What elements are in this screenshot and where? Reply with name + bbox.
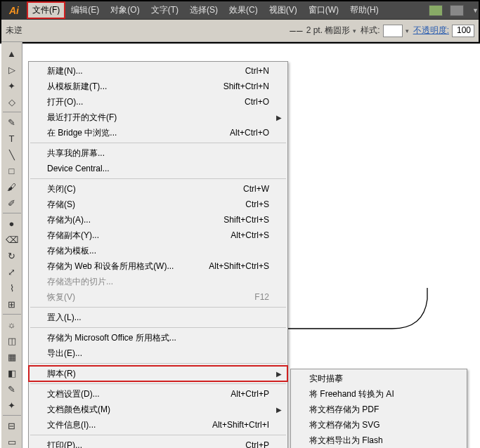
menu-item[interactable]: 存储为 Microsoft Office 所用格式... — [29, 330, 287, 345]
menu-item-label: 文档设置(D)... — [47, 388, 231, 400]
menu-item[interactable]: 文件信息(I)...Alt+Shift+Ctrl+I — [29, 417, 287, 433]
symbol-tool[interactable]: ☼ — [3, 317, 21, 332]
menu-separator — [30, 143, 286, 143]
top-badges: ▼ — [429, 5, 479, 16]
menu-item: 存储选中的切片... — [29, 274, 287, 289]
menu-item[interactable]: 置入(L)... — [29, 310, 287, 325]
dash-icon: ─ ─ — [290, 26, 301, 36]
mesh-tool[interactable]: ▦ — [3, 349, 21, 364]
pencil-tool[interactable]: ✐ — [3, 195, 21, 211]
chevron-down-icon[interactable]: ▾ — [353, 27, 356, 34]
menu-item-label: 打印(P)... — [47, 440, 245, 449]
type-tool[interactable]: T — [3, 131, 21, 146]
menu-shortcut: Ctrl+N — [245, 66, 269, 76]
file-menu-dropdown: 新建(N)...Ctrl+N从模板新建(T)...Shift+Ctrl+N打开(… — [28, 61, 288, 448]
wand-tool[interactable]: ✦ — [3, 78, 21, 93]
menu-item[interactable]: 存储(S)Ctrl+S — [29, 197, 287, 212]
menu-item[interactable]: 存储副本(Y)...Alt+Ctrl+S — [29, 228, 287, 243]
eraser-tool[interactable]: ⌫ — [3, 232, 21, 247]
freetrans-tool[interactable]: ⊞ — [3, 296, 21, 312]
menu-item[interactable]: 选择(S) — [184, 1, 223, 19]
script-submenu: 实时描摹将 Freehand 转换为 AI将文档存储为 PDF将文档存储为 SV… — [290, 369, 467, 448]
brush-tool[interactable]: 🖌 — [3, 179, 21, 195]
menu-item[interactable]: 帮助(H) — [344, 1, 384, 19]
menu-item[interactable]: 将文档导出为 Flash — [291, 433, 467, 448]
style-label: 样式: — [361, 25, 380, 37]
doc-status: 未逆 — [6, 25, 22, 37]
graph-tool[interactable]: ◫ — [3, 333, 21, 348]
opacity-input[interactable]: 100 — [452, 25, 474, 37]
control-bar: 未逆 ─ ─ 2 pt. 椭圆形 ▾ 样式: ▾ 不透明度: 100 — [1, 20, 479, 42]
rotate-tool[interactable]: ↻ — [3, 248, 21, 263]
menu-item-label: 存储副本(Y)... — [47, 230, 231, 242]
menu-item-label: 将 Freehand 转换为 AI — [309, 388, 448, 400]
eyedrop-tool[interactable]: ✎ — [3, 381, 21, 397]
menu-item[interactable]: 导出(E)... — [29, 345, 287, 361]
menu-item-label: 存储为(A)... — [47, 214, 223, 226]
menu-item[interactable]: 将文档存储为 PDF — [291, 402, 467, 417]
lasso-tool[interactable]: ◇ — [3, 94, 21, 110]
menu-item[interactable]: 从模板新建(T)...Shift+Ctrl+N — [29, 79, 287, 94]
blend-tool[interactable]: ✦ — [3, 397, 21, 413]
menu-item[interactable]: 文件(F) — [27, 1, 65, 19]
menu-item[interactable]: 打开(O)...Ctrl+O — [29, 94, 287, 110]
gradient-tool[interactable]: ◧ — [3, 365, 21, 381]
menu-item[interactable]: 最近打开的文件(F)▶ — [29, 110, 287, 125]
pen-tool[interactable]: ✎ — [3, 114, 21, 130]
menu-item[interactable]: 对象(O) — [105, 1, 145, 19]
menu-item-label: 存储为 Microsoft Office 所用格式... — [47, 332, 269, 344]
stroke-preset[interactable]: 2 pt. 椭圆形 — [306, 25, 351, 37]
menu-item[interactable]: 脚本(R)▶ — [29, 366, 287, 381]
menu-shortcut: Ctrl+P — [245, 440, 269, 448]
menu-item-label: 脚本(R) — [47, 368, 269, 380]
artboard-tool[interactable]: ▭ — [3, 434, 21, 448]
toolbox: ▲▷✦◇✎T╲□🖌✐●⌫↻⤢⌇⊞☼◫▦◧✎✦⊟▭✋🔍 — [1, 42, 22, 448]
canvas-artwork — [287, 288, 434, 330]
line-tool[interactable]: ╲ — [3, 147, 21, 162]
opacity-label[interactable]: 不透明度: — [413, 25, 449, 37]
slice-tool[interactable]: ⊟ — [3, 418, 21, 433]
menu-item[interactable]: 将文档存储为 SVG — [291, 417, 467, 433]
selection-tool[interactable]: ▲ — [3, 46, 21, 61]
menu-item[interactable]: 窗口(W) — [303, 1, 344, 19]
menu-separator — [30, 363, 286, 364]
menu-item[interactable]: 关闭(C)Ctrl+W — [29, 181, 287, 197]
menu-item[interactable]: 新建(N)...Ctrl+N — [29, 63, 287, 79]
menu-item-label: 将文档导出为 Flash — [309, 435, 448, 447]
app-topbar: Ai 文件(F)编辑(E)对象(O)文字(T)选择(S)效果(C)视图(V)窗口… — [1, 1, 479, 20]
chevron-right-icon: ▶ — [276, 406, 282, 414]
menu-item[interactable]: 视图(V) — [264, 1, 303, 19]
menu-item[interactable]: 共享我的屏幕... — [29, 145, 287, 161]
menu-item-label: 恢复(V) — [47, 291, 254, 303]
menu-item-label: 最近打开的文件(F) — [47, 112, 269, 124]
menu-item[interactable]: 打印(P)...Ctrl+P — [29, 437, 287, 448]
scale-tool[interactable]: ⤢ — [3, 264, 21, 279]
menu-shortcut: Shift+Ctrl+N — [223, 81, 269, 91]
style-swatch[interactable] — [383, 25, 403, 37]
menu-item-label: 文档颜色模式(M) — [47, 404, 269, 416]
bridge-badge[interactable] — [429, 5, 443, 16]
menu-item[interactable]: Device Central... — [29, 161, 287, 176]
arrange-badge[interactable] — [450, 5, 464, 16]
menu-item[interactable]: 存储为(A)...Shift+Ctrl+S — [29, 212, 287, 228]
menu-item[interactable]: 将 Freehand 转换为 AI — [291, 386, 467, 402]
menu-item[interactable]: 存储为模板... — [29, 243, 287, 258]
menu-item[interactable]: 文字(T) — [145, 1, 184, 19]
menu-item[interactable]: 效果(C) — [223, 1, 264, 19]
menu-item[interactable]: 存储为 Web 和设备所用格式(W)...Alt+Shift+Ctrl+S — [29, 258, 287, 274]
menu-item-label: 置入(L)... — [47, 312, 269, 324]
direct-tool[interactable]: ▷ — [3, 62, 21, 77]
menu-item[interactable]: 实时描摹 — [291, 371, 467, 386]
rect-tool[interactable]: □ — [3, 163, 21, 178]
menu-item-label: 存储为 Web 和设备所用格式(W)... — [47, 261, 209, 272]
menu-shortcut: Ctrl+S — [245, 199, 269, 209]
menu-item[interactable]: 在 Bridge 中浏览...Alt+Ctrl+O — [29, 125, 287, 140]
menu-item-label: 存储(S) — [47, 199, 245, 211]
menu-shortcut: Shift+Ctrl+S — [223, 215, 269, 225]
menu-item[interactable]: 文档设置(D)...Alt+Ctrl+P — [29, 386, 287, 402]
menu-item[interactable]: 文档颜色模式(M)▶ — [29, 402, 287, 417]
blob-tool[interactable]: ● — [3, 216, 21, 231]
warp-tool[interactable]: ⌇ — [3, 280, 21, 296]
menu-item[interactable]: 编辑(E) — [65, 1, 105, 19]
chevron-down-icon[interactable]: ▾ — [406, 27, 409, 34]
